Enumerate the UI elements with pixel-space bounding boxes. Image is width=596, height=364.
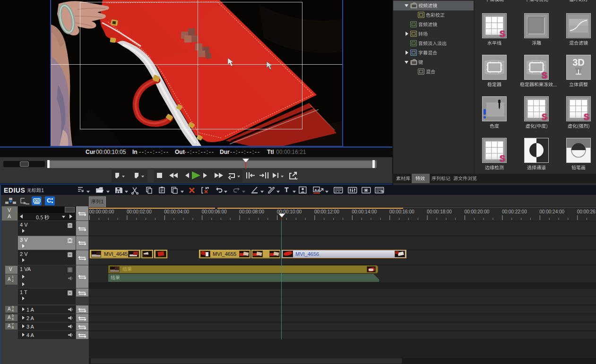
svg-text:3D: 3D — [572, 57, 585, 68]
